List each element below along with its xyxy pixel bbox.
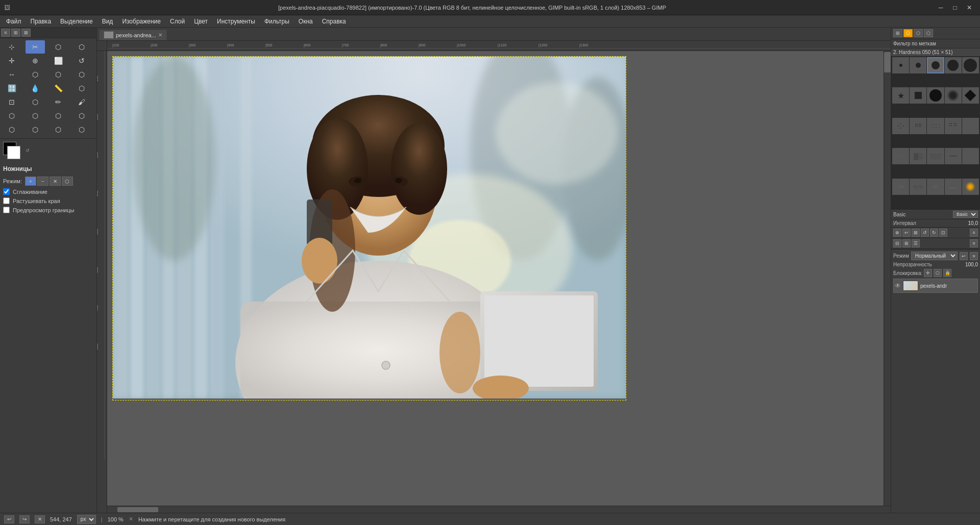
brush-item-r5[interactable]: ≡≡ [962, 148, 979, 164]
status-redo-btn[interactable]: ↪ [19, 515, 30, 523]
feather-checkbox[interactable] [3, 197, 10, 204]
menu-item-фильтры[interactable]: Фильтры [260, 17, 293, 26]
lock-all-btn[interactable]: 🔒 [943, 269, 951, 277]
brush-item-sq2[interactable] [962, 87, 979, 104]
action2-btn-3[interactable]: ☰ [912, 239, 920, 247]
minimize-button[interactable]: ─ [934, 3, 947, 13]
brush-name-select[interactable]: Basic [953, 211, 978, 218]
action-btn-7[interactable]: ≡ [970, 229, 978, 237]
layer-mode-btn2[interactable]: ≡ [970, 252, 978, 260]
fuzzy-select-tool[interactable]: ⬡ [48, 40, 68, 54]
brush-item[interactable] [892, 57, 909, 73]
blend-tool[interactable]: ⬡ [26, 95, 45, 109]
lock-position-btn[interactable]: ✛ [924, 269, 932, 277]
horizontal-scrollbar[interactable] [107, 506, 891, 513]
brush-item[interactable] [945, 57, 962, 73]
status-undo-btn[interactable]: ↩ [4, 515, 14, 523]
menu-item-вид[interactable]: Вид [98, 17, 117, 26]
mode-add[interactable]: − [37, 177, 48, 186]
close-button[interactable]: ✕ [963, 3, 976, 13]
measure-tool[interactable]: 📏 [48, 82, 68, 95]
brush-item[interactable] [910, 57, 926, 73]
brush-panel-icon3[interactable]: ⬡ [914, 29, 923, 37]
brush-item-r4[interactable]: ━━ [945, 148, 962, 164]
brush-item-lg[interactable] [927, 87, 944, 104]
align-tool[interactable]: ⬡ [72, 82, 91, 95]
toolbox-view-btn[interactable]: ⊞ [11, 29, 20, 37]
brush-panel-icon1[interactable]: ⊞ [893, 29, 902, 37]
layer-mode-btn1[interactable]: ↩ [960, 252, 968, 260]
airbrush-tool[interactable]: ⬡ [26, 109, 45, 122]
smudge-tool[interactable]: ⬡ [26, 123, 45, 136]
dodge-tool[interactable]: ⬡ [48, 123, 68, 136]
action2-btn-2[interactable]: ⊞ [902, 239, 911, 247]
mode-intersect[interactable]: ⬡ [62, 177, 73, 186]
brush-panel-icon4[interactable]: ⬡ [924, 29, 933, 37]
brush-item-t1[interactable]: ≀≀≀ [892, 179, 909, 195]
brush-item-sp1[interactable]: ·:· [892, 118, 909, 134]
maximize-button[interactable]: □ [948, 3, 962, 13]
menu-item-цвет[interactable]: Цвет [190, 17, 212, 26]
preview-checkbox[interactable] [3, 207, 10, 213]
burn-tool[interactable]: ⬡ [72, 123, 91, 136]
menu-item-файл[interactable]: Файл [2, 17, 26, 26]
heal-tool[interactable]: ⬡ [72, 109, 91, 122]
smoothing-checkbox[interactable] [3, 188, 10, 195]
action2-btn-1[interactable]: ⊟ [893, 239, 901, 247]
pencil-tool[interactable]: ✏ [48, 95, 68, 109]
image-canvas[interactable] [107, 51, 891, 513]
ink-tool[interactable]: ⬡ [48, 109, 68, 122]
menu-item-слой[interactable]: Слой [166, 17, 189, 26]
brush-panel-icon2[interactable]: ⬡ [903, 29, 913, 37]
menu-item-окна[interactable]: Окна [295, 17, 317, 26]
rect-selection-tool[interactable]: ⊹ [2, 40, 21, 54]
status-delete-btn[interactable]: ✕ [35, 515, 45, 523]
clone-tool[interactable]: ⬡ [2, 123, 21, 136]
canvas-tab[interactable]: pexels-andrea... ✕ [99, 30, 167, 40]
brush-item-square[interactable] [910, 87, 926, 104]
bucket-fill-tool[interactable]: ⊡ [2, 95, 21, 109]
brush-item-sp3[interactable]: ∷∷ [927, 118, 944, 134]
brush-item-t4[interactable]: ‥‥ [945, 179, 962, 195]
free-select-tool[interactable]: ⬡ [72, 40, 91, 54]
action-btn-5[interactable]: ↻ [930, 229, 938, 237]
toolbox-close-btn[interactable]: ⊠ [21, 29, 31, 37]
lock-alpha-btn[interactable]: ⬡ [934, 269, 942, 277]
brush-item[interactable] [927, 57, 944, 73]
scissors-tool[interactable]: ✂ [26, 40, 45, 54]
brush-item-t2[interactable]: ∿∿ [910, 179, 926, 195]
action-btn-1[interactable]: ⊕ [893, 229, 901, 237]
text-tool[interactable]: 🔠 [2, 82, 21, 95]
unit-select[interactable]: px [77, 515, 96, 524]
action-btn-3[interactable]: ⊠ [912, 229, 920, 237]
perspective-tool[interactable]: ⬡ [48, 68, 68, 81]
brush-item-sp5[interactable]: ⣿⣷ [962, 118, 979, 134]
brush-item-t5[interactable] [962, 179, 979, 195]
action2-btn-4[interactable]: ≡ [970, 239, 978, 247]
menu-item-правка[interactable]: Правка [27, 17, 56, 26]
eraser-tool[interactable]: ⬡ [2, 109, 21, 122]
toolbox-menu-btn[interactable]: ≡ [1, 29, 10, 37]
zoom-tool[interactable]: ⊕ [26, 54, 45, 67]
layer-visibility-btn[interactable]: 👁 [895, 282, 901, 289]
mode-replace[interactable]: + [25, 177, 36, 186]
brush-tool[interactable]: 🖌 [72, 95, 91, 109]
brush-item-sp2[interactable]: ⠿⠿ [910, 118, 926, 134]
menu-item-выделение[interactable]: Выделение [56, 17, 97, 26]
action-btn-2[interactable]: ↩ [902, 229, 911, 237]
flip-tool[interactable]: ⬡ [72, 68, 91, 81]
menu-item-справка[interactable]: Справка [318, 17, 350, 26]
brush-item-r1[interactable]: ··· [892, 148, 909, 164]
brush-item-sp4[interactable]: ⠛⠛ [945, 118, 962, 134]
action-btn-6[interactable]: ⊡ [939, 229, 947, 237]
move-tool[interactable]: ✛ [2, 54, 21, 67]
scale-tool[interactable]: ↔ [2, 68, 21, 81]
color-reset[interactable]: ↺ [26, 148, 30, 153]
action-btn-4[interactable]: ↺ [921, 229, 929, 237]
menu-item-изображение[interactable]: Изображение [118, 17, 165, 26]
shear-tool[interactable]: ⬡ [26, 68, 45, 81]
brush-item-r3[interactable]: ░░░ [927, 148, 944, 164]
background-color[interactable] [7, 146, 20, 159]
brush-item-star[interactable]: ★ [892, 87, 909, 104]
color-picker-tool[interactable]: 💧 [26, 82, 45, 95]
